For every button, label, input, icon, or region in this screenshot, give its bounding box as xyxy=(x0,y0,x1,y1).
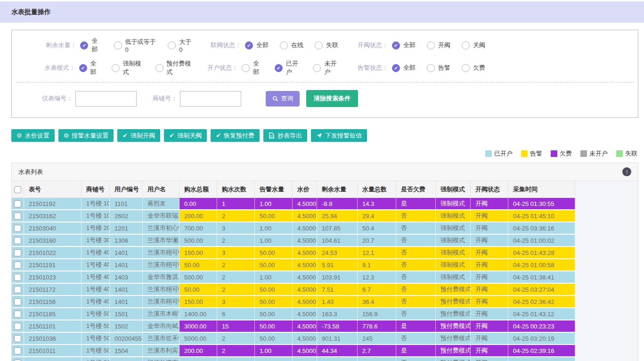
query-button[interactable]: 查询 xyxy=(266,91,300,107)
radio-option-valve-status[interactable]: ✔全部 xyxy=(392,41,416,49)
table-cell: 1306 xyxy=(110,235,143,247)
table-cell: 1号楼 101 xyxy=(82,198,110,210)
row-checkbox[interactable] xyxy=(14,311,21,318)
row-checkbox[interactable] xyxy=(14,262,21,269)
radio-unselected-icon[interactable] xyxy=(155,64,163,72)
row-checkbox[interactable] xyxy=(14,286,21,293)
radio-unselected-icon[interactable] xyxy=(462,64,470,72)
table-cell: 04-25 01:30:55 xyxy=(508,198,575,210)
radio-option-alarm-status[interactable]: 告警 xyxy=(427,64,450,72)
table-cell: 0.00 xyxy=(179,198,217,210)
column-header: 是否欠费 xyxy=(396,181,436,198)
table-cell: 1501 xyxy=(110,308,143,320)
table-cell: 1号楼 506 xyxy=(82,357,110,361)
action-button-水价设置[interactable]: ⚙水价设置 xyxy=(11,129,55,142)
radio-option-alarm-status[interactable]: ✔全部 xyxy=(392,64,416,72)
table-cell: 4.5000 xyxy=(293,308,317,320)
radio-option-remaining-water[interactable]: 大于0 xyxy=(168,38,193,53)
table-cell: 50.00 xyxy=(255,210,293,222)
select-all-checkbox[interactable] xyxy=(14,186,21,193)
radio-unselected-icon[interactable] xyxy=(242,64,250,72)
table-cell: 强制模式 xyxy=(436,259,471,271)
row-checkbox[interactable] xyxy=(14,237,21,244)
radio-unselected-icon[interactable] xyxy=(427,41,435,49)
radio-option-meter-mode[interactable]: ✔全部 xyxy=(79,59,100,76)
radio-option-valve-status[interactable]: 关阀 xyxy=(462,41,485,49)
filter-group-account-status: 开户状态：全部✔已开户未开户 xyxy=(204,59,351,76)
legend-swatch-icon xyxy=(551,150,557,157)
radio-option-network-status[interactable]: 失联 xyxy=(315,41,338,49)
filter-label-valve-status: 开阀状态： xyxy=(351,41,388,49)
table-cell: -73.58 xyxy=(317,320,358,333)
table-cell: 否 xyxy=(396,271,436,284)
meter-no-input[interactable] xyxy=(75,91,137,107)
filter-label-network-status: 联网状态： xyxy=(204,41,241,49)
radio-option-remaining-water[interactable]: ✔全部 xyxy=(80,37,102,54)
row-checkbox[interactable] xyxy=(14,323,21,330)
radio-option-network-status[interactable]: 在线 xyxy=(280,41,303,49)
radio-unselected-icon[interactable] xyxy=(313,64,321,72)
radio-unselected-icon[interactable] xyxy=(427,64,435,72)
table-cell: 2 xyxy=(217,259,255,271)
radio-unselected-icon[interactable] xyxy=(315,41,323,49)
collapse-up-icon[interactable]: ↑ xyxy=(622,167,631,176)
shop-no-input[interactable] xyxy=(180,91,241,107)
row-checkbox[interactable] xyxy=(14,274,21,281)
table-cell: 103.91 xyxy=(317,271,358,284)
radio-unselected-icon[interactable] xyxy=(280,41,288,49)
row-checkbox-cell xyxy=(12,308,24,320)
radio-option-meter-mode[interactable]: 强制模式 xyxy=(112,59,144,76)
row-checkbox[interactable] xyxy=(14,200,21,207)
radio-selected-icon[interactable]: ✔ xyxy=(392,41,400,49)
table-cell: 7.51 xyxy=(317,284,358,296)
radio-option-alarm-status[interactable]: 欠费 xyxy=(462,64,485,72)
filter-group-network-status: 联网状态：✔全部在线失联 xyxy=(204,41,351,49)
radio-unselected-icon[interactable] xyxy=(112,64,120,72)
table-cell: 104.61 xyxy=(317,235,358,247)
radio-selected-icon[interactable]: ✔ xyxy=(245,41,253,49)
action-button-强制关阀[interactable]: ✔强制关阀 xyxy=(164,129,207,142)
radio-option-account-status[interactable]: ✔已开户 xyxy=(275,59,302,76)
table-cell: 1504 xyxy=(110,345,143,357)
table-cell: 50.4 xyxy=(358,222,396,235)
radio-option-account-status[interactable]: 全部 xyxy=(242,59,263,76)
radio-option-account-status[interactable]: 未开户 xyxy=(313,59,340,76)
table-cell: 21501191 xyxy=(24,259,82,271)
action-button-报警水量设置[interactable]: ⚙报警水量设置 xyxy=(58,129,114,142)
table-cell: 兰溪市利宾工贸 xyxy=(143,345,179,357)
action-button-下发报警短信[interactable]: 下发报警短信 xyxy=(311,129,367,142)
table-cell: 2 xyxy=(217,235,255,247)
gear-icon: ⚙ xyxy=(64,132,69,139)
radio-unselected-icon[interactable] xyxy=(168,41,176,49)
radio-option-network-status[interactable]: ✔全部 xyxy=(245,41,269,49)
table-cell: 3000.00 xyxy=(179,320,217,333)
row-checkbox[interactable] xyxy=(14,213,21,220)
radio-unselected-icon[interactable] xyxy=(462,41,470,49)
table-cell: 21503160 xyxy=(24,235,82,247)
filter-label-meter-mode: 水表模式： xyxy=(42,64,75,72)
table-cell: 开阀 xyxy=(471,333,508,345)
table-cell: 3 xyxy=(217,247,255,259)
action-button-强制开阀[interactable]: ✔强制开阀 xyxy=(117,129,160,142)
filter-group-alarm-status: 告警状态：✔全部告警欠费 xyxy=(351,64,497,72)
action-button-恢复预付费[interactable]: ✔恢复预付费 xyxy=(211,129,260,142)
query-button-label: 查询 xyxy=(281,94,293,103)
action-button-抄表导出[interactable]: 抄表导出 xyxy=(263,129,307,142)
radio-selected-icon[interactable]: ✔ xyxy=(392,64,400,72)
table-cell: 1.00 xyxy=(255,271,293,284)
radio-option-meter-mode[interactable]: 预付费模式 xyxy=(155,59,194,76)
filter-panel: 剩余水量：✔全部低于或等于0大于0联网状态：✔全部在线失联开阀状态：✔全部开阀关… xyxy=(11,30,638,118)
row-checkbox[interactable] xyxy=(14,335,21,342)
radio-option-valve-status[interactable]: 开阀 xyxy=(427,41,450,49)
row-checkbox[interactable] xyxy=(14,225,21,232)
radio-option-remaining-water[interactable]: 低于或等于0 xyxy=(114,38,157,53)
clear-search-button[interactable]: 清除搜索条件 xyxy=(306,90,358,107)
row-checkbox[interactable] xyxy=(14,298,21,305)
file-icon xyxy=(269,132,275,139)
radio-selected-icon[interactable]: ✔ xyxy=(79,64,87,72)
radio-unselected-icon[interactable] xyxy=(114,41,122,49)
radio-selected-icon[interactable]: ✔ xyxy=(80,41,88,49)
row-checkbox[interactable] xyxy=(14,249,21,256)
row-checkbox[interactable] xyxy=(14,347,21,354)
radio-selected-icon[interactable]: ✔ xyxy=(275,64,283,72)
